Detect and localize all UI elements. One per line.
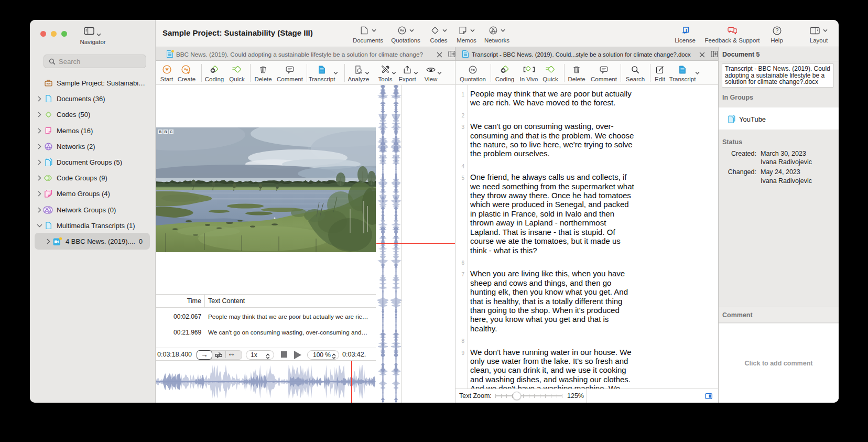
svg-text:C: C [169,130,172,134]
svg-text:?: ? [775,27,778,33]
svg-text:B: B [164,130,167,134]
svg-text:B: B [158,130,161,134]
